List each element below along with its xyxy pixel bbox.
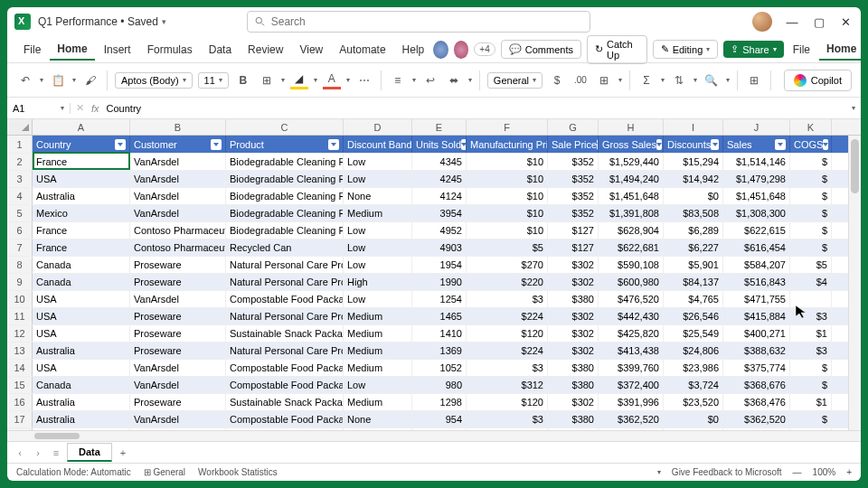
cell[interactable]: None: [344, 411, 412, 427]
cell[interactable]: Low: [344, 222, 412, 239]
cell[interactable]: $3: [467, 411, 548, 427]
cell[interactable]: $622,681: [599, 239, 664, 256]
font-size-select[interactable]: 11▾: [198, 72, 229, 89]
cell[interactable]: $362,520: [723, 411, 790, 427]
column-header-H[interactable]: H: [599, 119, 664, 135]
filter-icon[interactable]: [656, 139, 662, 150]
row-header[interactable]: 13: [7, 343, 33, 359]
cell[interactable]: 4952: [412, 222, 467, 239]
cell[interactable]: France: [33, 239, 130, 256]
header-cell[interactable]: Gross Sales: [599, 136, 664, 153]
cell[interactable]: $25,549: [664, 325, 723, 342]
row-header[interactable]: 2: [7, 154, 33, 170]
sort-filter-icon[interactable]: ⇅: [670, 71, 688, 89]
name-box[interactable]: A1▾: [7, 103, 71, 114]
row-header[interactable]: 3: [7, 171, 33, 187]
cell[interactable]: $5: [467, 239, 548, 256]
cell[interactable]: 1369: [412, 343, 467, 359]
cell[interactable]: $10: [467, 188, 548, 204]
share-button[interactable]: ⇪Share▾: [723, 41, 783, 58]
cell[interactable]: $84,137: [664, 274, 723, 290]
cell[interactable]: $302: [548, 394, 599, 410]
collaborator-avatar[interactable]: [454, 41, 469, 59]
cell[interactable]: $1: [790, 325, 832, 342]
cell[interactable]: France: [33, 154, 130, 170]
column-header-J[interactable]: J: [723, 119, 790, 135]
header-cell[interactable]: Manufacturing Price: [467, 136, 548, 153]
cell[interactable]: $3: [467, 291, 548, 307]
find-icon[interactable]: 🔍: [703, 71, 721, 89]
cell[interactable]: $1,451,648: [599, 188, 664, 204]
cell[interactable]: $26,546: [664, 308, 723, 324]
font-color-icon[interactable]: A: [323, 71, 341, 89]
cell[interactable]: $6,227: [664, 239, 723, 256]
format-table-icon[interactable]: ⊞: [595, 71, 613, 89]
cell[interactable]: Natural Personal Care Products: [226, 257, 344, 273]
cell[interactable]: Biodegradable Cleaning Products: [226, 222, 344, 239]
cell[interactable]: $368,676: [723, 377, 790, 393]
cell[interactable]: $380: [548, 411, 599, 427]
cell[interactable]: $302: [548, 274, 599, 290]
filter-icon[interactable]: [115, 139, 126, 150]
fill-color-icon[interactable]: ◢: [290, 71, 308, 89]
catchup-button[interactable]: ↻Catch Up: [587, 35, 647, 64]
cell[interactable]: 954: [412, 411, 467, 427]
cell[interactable]: 980: [412, 377, 467, 393]
cell[interactable]: $3: [790, 308, 832, 324]
bold-button[interactable]: B: [234, 71, 252, 89]
menu-insert[interactable]: Insert: [97, 40, 138, 60]
column-header-F[interactable]: F: [467, 119, 548, 135]
cell[interactable]: $1,514,146: [723, 154, 790, 170]
cell[interactable]: Low: [344, 257, 412, 273]
menu-data[interactable]: Data: [202, 40, 239, 60]
cell[interactable]: $3: [467, 360, 548, 376]
calc-mode[interactable]: Calculation Mode: Automatic: [16, 467, 131, 477]
cell[interactable]: $224: [467, 308, 548, 324]
cell[interactable]: $476,520: [599, 291, 664, 307]
cell[interactable]: Low: [344, 239, 412, 256]
cell[interactable]: Compostable Food Packaging: [226, 377, 344, 393]
filter-icon[interactable]: [775, 139, 786, 150]
addins-icon[interactable]: ⊞: [745, 71, 763, 89]
collaborator-avatar[interactable]: [433, 41, 448, 59]
cell[interactable]: VanArsdel: [130, 291, 226, 307]
comments-button[interactable]: 💬Comments: [501, 40, 581, 59]
cell[interactable]: Sustainable Snack Packaging: [226, 394, 344, 410]
filter-icon[interactable]: [823, 139, 828, 150]
font-select[interactable]: Aptos (Body)▾: [115, 72, 193, 89]
cell[interactable]: $302: [548, 257, 599, 273]
cell[interactable]: $312: [467, 377, 548, 393]
cell[interactable]: $375,774: [723, 360, 790, 376]
cell[interactable]: Proseware: [130, 325, 226, 342]
menu-view[interactable]: View: [292, 40, 330, 60]
status-caret-icon[interactable]: ▾: [657, 468, 661, 476]
cell[interactable]: Proseware: [130, 274, 226, 290]
cell[interactable]: Natural Personal Care Products: [226, 308, 344, 324]
cell[interactable]: Canada: [33, 257, 130, 273]
row-header[interactable]: 11: [7, 308, 33, 324]
filter-icon[interactable]: [328, 139, 339, 150]
cell[interactable]: Proseware: [130, 343, 226, 359]
cell[interactable]: $302: [548, 308, 599, 324]
zoom-level[interactable]: 100%: [813, 467, 836, 477]
header-cell[interactable]: Sale Price: [548, 136, 599, 153]
row-header[interactable]: 15: [7, 377, 33, 393]
cell[interactable]: $302: [548, 343, 599, 359]
spreadsheet-grid[interactable]: ABCDEFGHIJK 1CountryCustomerProductDisco…: [7, 119, 861, 430]
cell[interactable]: $127: [548, 222, 599, 239]
collaborator-count[interactable]: +4: [474, 42, 495, 56]
cell[interactable]: 4903: [412, 239, 467, 256]
number-format-select[interactable]: General▾: [487, 72, 542, 89]
sheet-tab-data[interactable]: Data: [67, 443, 112, 462]
cell[interactable]: $3: [790, 343, 832, 359]
cell[interactable]: $23,986: [664, 360, 723, 376]
cell[interactable]: $4: [790, 274, 832, 290]
cell[interactable]: $1,391,808: [599, 205, 664, 221]
autosave-caret-icon[interactable]: ▾: [162, 17, 166, 26]
cell[interactable]: $352: [548, 188, 599, 204]
cell[interactable]: $120: [467, 394, 548, 410]
column-header-G[interactable]: G: [548, 119, 599, 135]
cell[interactable]: Low: [344, 171, 412, 187]
filter-icon[interactable]: [711, 139, 719, 150]
header-cell[interactable]: Country: [33, 136, 130, 153]
